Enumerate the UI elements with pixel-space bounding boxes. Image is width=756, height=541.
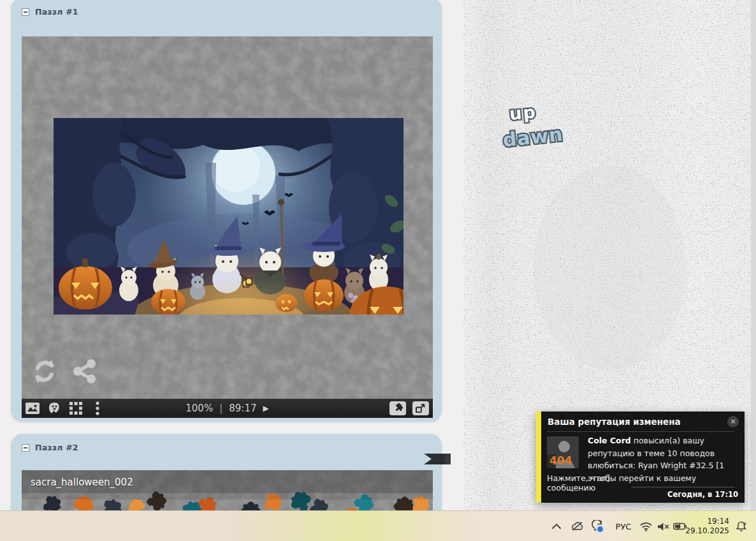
avatar-404-text: 404 [549,454,572,467]
hidden-icons-button[interactable] [548,511,565,541]
status-divider: | [219,403,222,414]
cloud-off-icon [571,521,584,531]
notification-title: Ваша репутация изменена [548,417,681,427]
image-icon [25,403,40,414]
puzzle-preview-image [54,118,403,315]
notification-center-button[interactable]: z [732,511,751,541]
play-icon[interactable]: ▶ [263,404,268,413]
timestamp-divider [632,487,735,487]
avatar[interactable]: 404 [547,436,579,468]
panel1-title: Паззл #1 [35,7,78,17]
timer-value: 89:17 [229,403,256,414]
board1-actions [32,359,97,384]
more-menu-button[interactable] [87,399,108,418]
volume-muted-tray-item[interactable] [654,511,672,541]
panel2-title: Паззл #2 [35,443,78,452]
language-indicator[interactable]: РУС [609,511,637,541]
panel1-header: Паззл #1 [22,7,78,17]
kebab-menu-icon [96,401,99,415]
wall-edge-shade [751,0,756,510]
close-icon[interactable]: × [727,416,739,427]
grid-icon [69,402,82,415]
graffiti-word-up: up [509,101,537,124]
puzzle-toolbar: 100% | 89:17 ▶ [22,399,433,418]
notification-timestamp: Сегодня, в 17:10 [667,490,738,499]
pieces-tray-button[interactable] [389,401,406,415]
fullscreen-button[interactable] [412,401,429,415]
puzzle-panel-1: Паззл #1 [11,0,442,422]
battery-icon [673,522,687,530]
ghost-icon [48,402,61,415]
zoom-level: 100% [185,403,213,414]
sync-tray-item[interactable] [589,511,607,541]
refresh-icon[interactable] [32,359,57,384]
do-not-disturb-bell-icon: z [735,521,748,532]
fullscreen-icon [416,404,426,413]
notification-accent-strip [536,411,541,503]
panel2-header: Паззл #2 [22,443,78,452]
toolbar-right [389,401,429,415]
sync-icon [592,520,604,533]
collapse-icon[interactable] [22,8,29,16]
collapse-icon[interactable] [22,444,29,452]
notification-divider [548,431,734,432]
puzzle-board-1[interactable] [22,36,433,399]
share-icon[interactable] [73,359,97,384]
chevron-up-icon [552,524,561,529]
reputation-notification[interactable]: Ваша репутация изменена × 404 Cole Cord … [536,411,745,503]
avatar-image: 404 [547,436,579,468]
clock-date: 29.10.2025 [685,526,729,536]
background-image-button[interactable] [22,399,43,418]
volume-muted-icon [657,522,669,531]
actor-name: Cole Cord [588,436,631,445]
clock-time: 19:14 [707,517,729,526]
puzzle2-image-name: sacra_halloween_002 [31,477,133,488]
graffiti-art: up dawn [496,96,611,159]
wifi-icon [640,522,652,531]
taskbar: РУС 1 [0,510,756,541]
edge-pieces-button[interactable] [65,399,87,418]
wifi-tray-item[interactable] [637,511,654,541]
ghost-preview-button[interactable] [43,399,65,418]
graffiti-word-dawn: dawn [502,122,564,151]
puzzle-icon [393,403,403,413]
screen: up dawn Паззл #1 [0,0,756,541]
svg-text:z: z [744,521,746,526]
tray-clock[interactable]: 19:14 29.10.2025 [690,511,729,541]
flag-marker[interactable] [424,454,451,464]
cloud-paused-tray-item[interactable] [569,511,586,541]
